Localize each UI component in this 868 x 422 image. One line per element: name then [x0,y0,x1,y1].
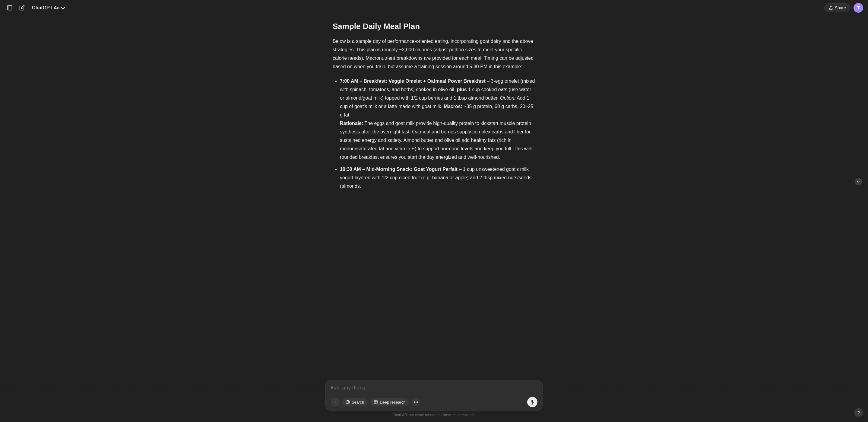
model-selector-button[interactable]: ChatGPT 4o [30,3,67,12]
search-button[interactable]: Search [342,398,368,406]
rationale-text: The eggs and goat milk provide high-qual… [340,121,534,160]
chat-input[interactable] [331,384,537,393]
svg-rect-0 [7,6,12,10]
article: Sample Daily Meal Plan Below is a sample… [326,22,542,254]
model-label: ChatGPT 4o [32,5,60,10]
option-label: Option: [500,95,516,101]
article-heading: Sample Daily Meal Plan [333,22,535,31]
list-item: 7:00 AM – Breakfast: Veggie Omelet + Oat… [340,77,535,162]
search-label: Search [352,400,364,404]
deep-research-icon [374,400,378,404]
scroll-down-button[interactable] [855,178,862,185]
chevron-down-icon [61,5,65,9]
plus-icon: + [334,399,337,405]
input-actions: + Search Deep research [331,397,537,407]
meal-list: 7:00 AM – Breakfast: Veggie Omelet + Oat… [333,77,535,191]
edit-button[interactable] [18,3,27,12]
share-label: Share [835,5,846,10]
list-item: 10:30 AM – Mid-Morning Snack: Goat Yogur… [340,165,535,191]
main-content: Sample Daily Meal Plan Below is a sample… [0,16,868,422]
macros-label: Macros: [444,104,462,109]
topbar-right: Share T [824,3,863,13]
input-container: + Search Deep research [0,376,868,422]
sidebar-toggle-button[interactable] [5,3,14,13]
help-label: ? [858,410,860,415]
sidebar-icon [7,5,13,11]
footer-disclaimer: ChatGPT can make mistakes. Check importa… [392,413,476,417]
mic-button[interactable] [527,397,537,407]
article-intro: Below is a sample day of performance-ori… [333,37,535,71]
snack-time-label: 10:30 AM – Mid-Morning Snack: Goat Yogur… [340,167,458,172]
share-button[interactable]: Share [824,3,850,12]
topbar: ChatGPT 4o Share T [0,0,868,16]
avatar[interactable]: T [854,3,863,13]
mic-icon [530,400,535,404]
deep-research-label: Deep research [380,400,405,404]
input-box: + Search Deep research [326,380,542,411]
edit-icon [19,5,25,10]
arrow-down-icon [856,179,861,184]
deep-research-button[interactable]: Deep research [370,398,409,406]
share-icon [829,6,833,10]
plus-bold: plus [457,87,467,92]
meal-time-label: 7:00 AM – Breakfast: Veggie Omelet + Oat… [340,79,486,84]
topbar-left: ChatGPT 4o [5,3,67,13]
attach-button[interactable]: + [331,398,340,406]
more-icon: ••• [414,400,418,404]
more-options-button[interactable]: ••• [411,398,421,406]
globe-icon [346,400,350,404]
rationale-label: Rationale: [340,121,363,126]
help-button[interactable]: ? [854,408,863,417]
